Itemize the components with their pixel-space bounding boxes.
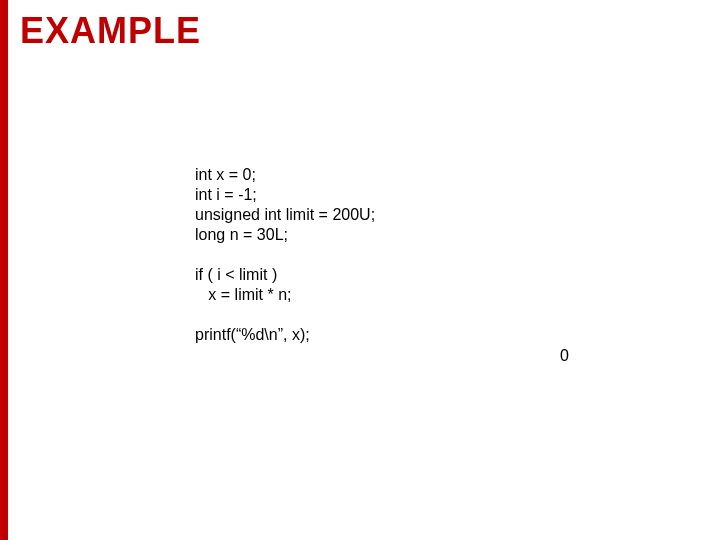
- code-line: int x = 0;: [195, 166, 256, 183]
- output-value: 0: [560, 347, 569, 365]
- accent-bar: [0, 0, 8, 540]
- code-block: int x = 0; int i = -1; unsigned int limi…: [195, 165, 375, 345]
- code-line: unsigned int limit = 200U;: [195, 206, 375, 223]
- code-line: x = limit * n;: [195, 286, 291, 303]
- code-line: if ( i < limit ): [195, 266, 277, 283]
- slide-title: EXAMPLE: [20, 10, 201, 52]
- code-line: printf(“%d\n”, x);: [195, 326, 310, 343]
- code-line: int i = -1;: [195, 186, 257, 203]
- code-line: long n = 30L;: [195, 226, 288, 243]
